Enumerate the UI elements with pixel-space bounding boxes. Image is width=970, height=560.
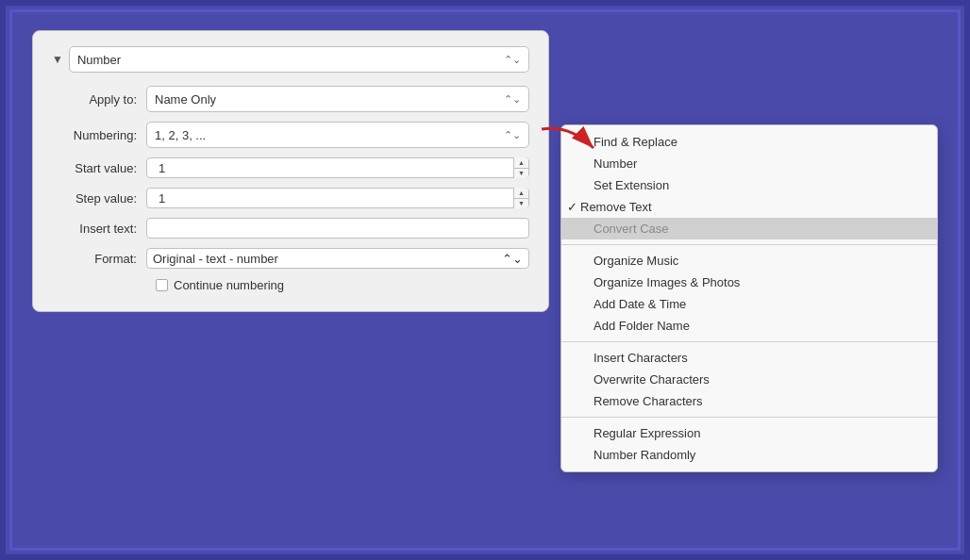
start-value-label: Start value: [52, 161, 146, 175]
menu-item-label: Number Randomly [594, 448, 695, 462]
format-row: Format: Original - text - number ⌃⌄ [52, 248, 529, 269]
numbering-select[interactable]: 1, 2, 3, ... ⌃⌄ [146, 122, 529, 148]
step-value-down[interactable]: ▼ [514, 199, 528, 209]
step-value-stepper[interactable]: ▲ ▼ [513, 188, 528, 208]
menu-item-number-randomly[interactable]: Number Randomly [561, 444, 937, 466]
menu-item-insert-characters[interactable]: Insert Characters [561, 347, 937, 369]
type-select-value: Number [77, 53, 121, 67]
menu-item-add-date-&-time[interactable]: Add Date & Time [561, 293, 937, 315]
menu-item-find-&-replace[interactable]: Find & Replace [561, 131, 937, 153]
menu-item-set-extension[interactable]: Set Extension [561, 174, 937, 196]
numbering-chevron: ⌃⌄ [504, 129, 521, 141]
step-value-label: Step value: [52, 191, 146, 206]
type-select-chevron: ⌃⌄ [504, 54, 521, 66]
start-value-row: Start value: 1 ▲ ▼ [52, 157, 529, 178]
type-select[interactable]: Number ⌃⌄ [69, 46, 529, 73]
menu-item-organize-music[interactable]: Organize Music [561, 250, 937, 272]
menu-item-regular-expression[interactable]: Regular Expression [561, 422, 937, 444]
menu-item-label: Organize Images & Photos [594, 275, 740, 289]
outer-border: ▼ Number ⌃⌄ Apply to: Name Only ⌃⌄ Numbe… [9, 9, 961, 551]
menu-item-label: Regular Expression [594, 426, 700, 440]
menu-item-remove-characters[interactable]: Remove Characters [561, 390, 937, 412]
dropdown-menu: Find & ReplaceNumberSet Extension✓ Remov… [560, 124, 938, 472]
menu-item-label: Remove Characters [594, 394, 703, 408]
check-mark-icon: ✓ [567, 200, 580, 214]
apply-to-label: Apply to: [52, 92, 146, 107]
step-value-field[interactable]: 1 ▲ ▼ [146, 188, 529, 208]
format-label: Format: [52, 252, 146, 266]
menu-item-organize-images-&-photos[interactable]: Organize Images & Photos [561, 272, 937, 293]
insert-text-label: Insert text: [52, 222, 146, 236]
start-value: 1 [153, 161, 165, 175]
menu-item-label: Find & Replace [594, 135, 677, 149]
start-value-down[interactable]: ▼ [514, 169, 528, 179]
step-value-up[interactable]: ▲ [514, 188, 528, 199]
menu-item-number[interactable]: Number [561, 153, 937, 174]
menu-item-label: Overwrite Characters [594, 372, 710, 387]
numbering-value: 1, 2, 3, ... [155, 128, 206, 142]
menu-item-label: Insert Characters [594, 351, 688, 365]
menu-item-label: Add Date & Time [594, 297, 686, 311]
menu-item-label: Set Extension [594, 178, 669, 192]
menu-separator-9 [561, 341, 937, 342]
menu-item-convert-case[interactable]: Convert Case [561, 218, 937, 239]
triangle-icon: ▼ [52, 53, 63, 66]
panel-header: ▼ Number ⌃⌄ [52, 46, 529, 73]
numbering-row: Numbering: 1, 2, 3, ... ⌃⌄ [52, 122, 529, 148]
continue-numbering-label: Continue numbering [174, 278, 284, 292]
apply-to-value: Name Only [155, 92, 216, 107]
continue-numbering-row: Continue numbering [156, 278, 529, 292]
numbering-label: Numbering: [52, 128, 146, 142]
menu-item-label: Convert Case [594, 222, 668, 236]
menu-separator-12 [561, 417, 937, 418]
apply-to-row: Apply to: Name Only ⌃⌄ [52, 86, 529, 112]
menu-item-add-folder-name[interactable]: Add Folder Name [561, 315, 937, 337]
menu-separator-5 [561, 244, 937, 245]
format-select[interactable]: Original - text - number ⌃⌄ [146, 248, 529, 269]
menu-item-label: Number [594, 156, 637, 171]
insert-text-input[interactable] [146, 218, 529, 239]
format-chevron: ⌃⌄ [502, 252, 523, 266]
apply-to-chevron: ⌃⌄ [504, 93, 521, 106]
start-value-field[interactable]: 1 ▲ ▼ [146, 157, 529, 178]
format-value: Original - text - number [153, 252, 278, 266]
step-value: 1 [153, 191, 165, 206]
step-value-row: Step value: 1 ▲ ▼ [52, 188, 529, 208]
start-value-stepper[interactable]: ▲ ▼ [513, 157, 528, 178]
menu-item-label: Organize Music [594, 254, 678, 268]
menu-item-remove-text[interactable]: ✓ Remove Text [561, 196, 937, 218]
menu-item-label: Remove Text [580, 200, 652, 214]
continue-numbering-checkbox[interactable] [156, 279, 168, 291]
start-value-up[interactable]: ▲ [514, 157, 528, 169]
apply-to-select[interactable]: Name Only ⌃⌄ [146, 86, 529, 112]
menu-item-label: Add Folder Name [594, 319, 690, 333]
main-container: ▼ Number ⌃⌄ Apply to: Name Only ⌃⌄ Numbe… [32, 30, 938, 530]
insert-text-row: Insert text: [52, 218, 529, 239]
menu-item-overwrite-characters[interactable]: Overwrite Characters [561, 369, 937, 390]
left-panel: ▼ Number ⌃⌄ Apply to: Name Only ⌃⌄ Numbe… [32, 30, 549, 312]
